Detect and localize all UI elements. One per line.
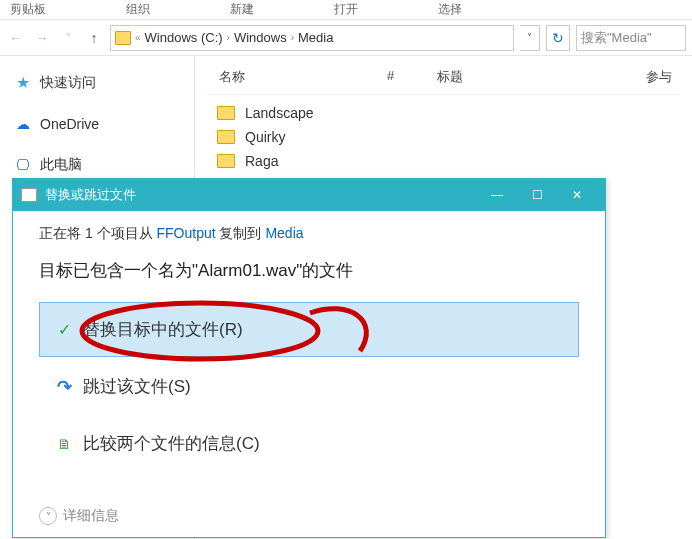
file-list: Landscape Quirky Raga xyxy=(207,95,680,173)
dest-folder-link[interactable]: Media xyxy=(265,225,303,241)
column-name[interactable]: 名称 xyxy=(207,68,387,86)
conflict-filename: Alarm01.wav xyxy=(198,261,296,280)
skip-icon: ↷ xyxy=(55,378,73,396)
ribbon-select: 选择 xyxy=(438,1,462,18)
ribbon-organize: 组织 xyxy=(126,1,150,18)
column-title[interactable]: 标题 xyxy=(437,68,557,86)
list-item[interactable]: Raga xyxy=(207,149,680,173)
maximize-button[interactable]: ☐ xyxy=(517,179,557,211)
ribbon-clipboard: 剪贴板 xyxy=(10,1,46,18)
dialog-body: 正在将 1 个项目从 FFOutput 复制到 Media 目标已包含一个名为"… xyxy=(13,211,605,487)
search-input[interactable]: 搜索"Media" xyxy=(576,25,686,51)
navigation-bar: ← → ˅ ↑ « Windows (C:) › Windows › Media… xyxy=(0,20,692,56)
status-line: 正在将 1 个项目从 FFOutput 复制到 Media xyxy=(39,225,579,243)
column-participants[interactable]: 参与 xyxy=(557,68,680,86)
file-name: Quirky xyxy=(245,129,285,145)
search-placeholder: 搜索"Media" xyxy=(581,29,652,47)
path-dropdown-button[interactable]: ˅ xyxy=(520,25,540,51)
star-icon: ★ xyxy=(16,75,32,91)
pc-icon: 🖵 xyxy=(16,157,32,173)
sidebar-item-quick-access[interactable]: ★ 快速访问 xyxy=(6,68,188,98)
option-compare-label: 比较两个文件的信息(C) xyxy=(83,432,260,455)
breadcrumb-crumb-2[interactable]: Windows xyxy=(234,30,287,45)
option-skip-label: 跳过该文件(S) xyxy=(83,375,191,398)
breadcrumb-crumb-1[interactable]: Windows (C:) xyxy=(145,30,223,45)
ribbon-open: 打开 xyxy=(334,1,358,18)
column-hash[interactable]: # xyxy=(387,68,437,86)
option-replace[interactable]: ✓ 替换目标中的文件(R) xyxy=(39,302,579,357)
up-button[interactable]: ↑ xyxy=(84,28,104,48)
folder-icon xyxy=(217,130,235,144)
dialog-title-text: 替换或跳过文件 xyxy=(45,186,477,204)
list-item[interactable]: Landscape xyxy=(207,101,680,125)
option-compare[interactable]: 🗎 比较两个文件的信息(C) xyxy=(39,416,579,471)
details-label: 详细信息 xyxy=(63,507,119,525)
option-replace-label: 替换目标中的文件(R) xyxy=(83,318,243,341)
cloud-icon: ☁ xyxy=(16,116,32,132)
breadcrumb-crumb-3[interactable]: Media xyxy=(298,30,333,45)
folder-icon xyxy=(115,31,131,45)
check-icon: ✓ xyxy=(55,321,73,339)
column-headers: 名称 # 标题 参与 xyxy=(207,64,680,95)
sidebar-label-quick-access: 快速访问 xyxy=(40,74,96,92)
recent-locations-button[interactable]: ˅ xyxy=(58,28,78,48)
sidebar-label-this-pc: 此电脑 xyxy=(40,156,82,174)
dialog-icon xyxy=(21,188,37,202)
ribbon-new: 新建 xyxy=(230,1,254,18)
replace-skip-dialog: 替换或跳过文件 — ☐ ✕ 正在将 1 个项目从 FFOutput 复制到 Me… xyxy=(12,178,606,538)
dialog-titlebar[interactable]: 替换或跳过文件 — ☐ ✕ xyxy=(13,179,605,211)
conflict-message: 目标已包含一个名为"Alarm01.wav"的文件 xyxy=(39,259,579,282)
file-name: Landscape xyxy=(245,105,314,121)
refresh-button[interactable]: ↻ xyxy=(546,25,570,51)
folder-icon xyxy=(217,154,235,168)
details-toggle[interactable]: ˅ 详细信息 xyxy=(39,507,119,525)
compare-icon: 🗎 xyxy=(55,435,73,453)
source-folder-link[interactable]: FFOutput xyxy=(156,225,215,241)
sidebar-item-this-pc[interactable]: 🖵 此电脑 xyxy=(6,150,188,180)
back-button[interactable]: ← xyxy=(6,28,26,48)
sidebar-label-onedrive: OneDrive xyxy=(40,116,99,132)
breadcrumb-prefix: « xyxy=(135,32,141,43)
file-name: Raga xyxy=(245,153,278,169)
option-skip[interactable]: ↷ 跳过该文件(S) xyxy=(39,359,579,414)
sidebar-item-onedrive[interactable]: ☁ OneDrive xyxy=(6,110,188,138)
list-item[interactable]: Quirky xyxy=(207,125,680,149)
chevron-down-icon: ˅ xyxy=(39,507,57,525)
minimize-button[interactable]: — xyxy=(477,179,517,211)
close-button[interactable]: ✕ xyxy=(557,179,597,211)
ribbon-labels: 剪贴板 组织 新建 打开 选择 xyxy=(0,0,692,20)
chevron-right-icon: › xyxy=(227,32,230,43)
forward-button[interactable]: → xyxy=(32,28,52,48)
folder-icon xyxy=(217,106,235,120)
chevron-right-icon: › xyxy=(291,32,294,43)
breadcrumb[interactable]: « Windows (C:) › Windows › Media xyxy=(110,25,514,51)
